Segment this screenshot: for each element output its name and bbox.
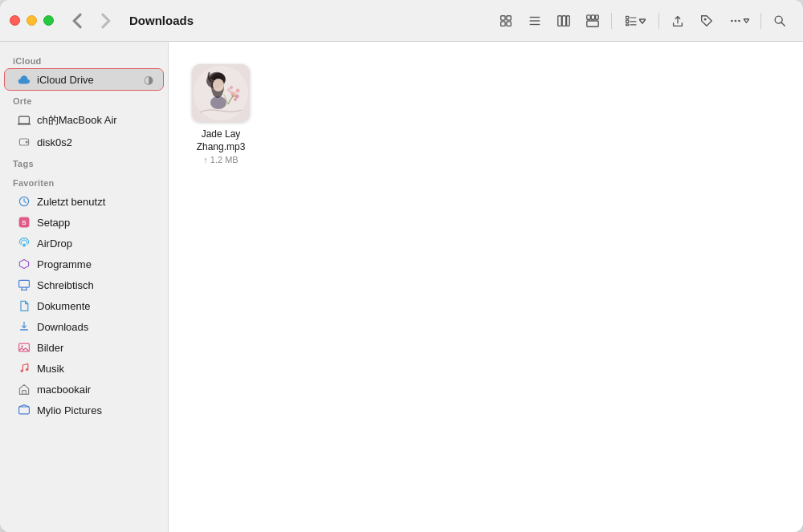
schreibtisch-label: Schreibtisch xyxy=(37,279,94,291)
svg-rect-11 xyxy=(587,14,591,18)
maximize-button[interactable] xyxy=(43,15,54,26)
sidebar-item-setapp[interactable]: S Setapp xyxy=(5,212,163,233)
sidebar-item-recent[interactable]: Zuletzt benutzt xyxy=(5,191,163,212)
svg-marker-25 xyxy=(744,19,749,22)
separator-2 xyxy=(658,13,659,29)
sidebar-item-schreibtisch[interactable]: Schreibtisch xyxy=(5,274,163,295)
svg-rect-36 xyxy=(19,280,30,287)
svg-rect-1 xyxy=(507,15,511,19)
finder-window: Downloads xyxy=(0,0,803,532)
svg-text:S: S xyxy=(22,219,26,226)
disk-label: disk0s2 xyxy=(37,136,72,148)
svg-point-24 xyxy=(738,19,740,22)
gallery-view-button[interactable] xyxy=(579,9,606,33)
icloud-drive-badge: ◑ xyxy=(144,73,153,86)
file-name-jade-lay: Jade Lay Zhang.mp3 xyxy=(188,128,254,153)
svg-point-31 xyxy=(26,140,28,143)
tag-button[interactable] xyxy=(693,9,720,33)
svg-point-55 xyxy=(234,98,237,101)
sidebar-section-orte: Orte xyxy=(0,90,168,109)
svg-rect-28 xyxy=(19,116,30,124)
list-view-button[interactable] xyxy=(521,9,548,33)
bilder-icon xyxy=(18,341,31,354)
dokumente-icon xyxy=(18,299,31,312)
close-button[interactable] xyxy=(10,15,20,26)
sidebar-item-bilder[interactable]: Bilder xyxy=(5,337,163,358)
sidebar: iCloud iCloud Drive ◑ Orte xyxy=(0,42,169,532)
svg-marker-20 xyxy=(639,19,646,23)
bilder-label: Bilder xyxy=(37,342,63,354)
recent-icon xyxy=(18,195,31,208)
sidebar-item-dokumente[interactable]: Dokumente xyxy=(5,295,163,316)
titlebar: Downloads xyxy=(0,0,803,42)
window-title: Downloads xyxy=(129,14,492,27)
macbook-icon xyxy=(18,114,31,127)
icon-view-button[interactable] xyxy=(492,9,520,33)
macbook-label: ch的MacBook Air xyxy=(37,113,117,128)
svg-point-59 xyxy=(210,96,226,109)
svg-rect-3 xyxy=(507,21,511,25)
sidebar-item-macbookair[interactable]: macbookair xyxy=(5,379,163,400)
svg-point-42 xyxy=(21,370,23,372)
sidebar-item-mylio[interactable]: Mylio Pictures xyxy=(5,400,163,420)
schreibtisch-icon xyxy=(18,278,31,291)
sidebar-item-disk[interactable]: disk0s2 xyxy=(5,132,163,152)
separator-1 xyxy=(611,13,612,29)
sidebar-item-downloads[interactable]: Downloads xyxy=(5,316,163,337)
mylio-label: Mylio Pictures xyxy=(37,404,102,416)
sidebar-item-musik[interactable]: Musik xyxy=(5,358,163,379)
macbookair-icon xyxy=(18,383,31,396)
column-view-button[interactable] xyxy=(550,9,577,33)
minimize-button[interactable] xyxy=(26,15,37,26)
svg-point-50 xyxy=(213,79,224,91)
forward-button[interactable] xyxy=(94,12,116,30)
svg-rect-7 xyxy=(558,15,562,26)
svg-rect-10 xyxy=(587,21,598,26)
sidebar-item-icloud-drive[interactable]: iCloud Drive ◑ xyxy=(5,69,163,90)
downloads-label: Downloads xyxy=(37,321,88,333)
sidebar-item-programme[interactable]: Programme xyxy=(5,254,163,274)
setapp-icon: S xyxy=(18,216,31,229)
svg-point-21 xyxy=(704,18,707,20)
svg-rect-13 xyxy=(596,14,599,18)
sidebar-item-airdrop[interactable]: AirDrop xyxy=(5,233,163,254)
downloads-icon xyxy=(18,320,31,333)
dokumente-label: Dokumente xyxy=(37,300,90,312)
toolbar-icons xyxy=(492,9,793,33)
svg-rect-0 xyxy=(501,15,505,19)
svg-point-22 xyxy=(731,19,733,22)
file-size-jade-lay: ↑ 1.2 MB xyxy=(203,155,238,164)
separator-3 xyxy=(760,13,761,29)
svg-rect-9 xyxy=(567,15,570,26)
musik-label: Musik xyxy=(37,363,64,375)
file-grid: Jade Lay Zhang.mp3 ↑ 1.2 MB xyxy=(185,58,787,171)
back-button[interactable] xyxy=(67,12,89,30)
musik-icon xyxy=(18,362,31,375)
share-button[interactable] xyxy=(664,9,691,33)
airdrop-label: AirDrop xyxy=(37,238,72,250)
file-thumbnail-jade-lay xyxy=(192,64,250,122)
icloud-drive-icon xyxy=(18,73,31,86)
sidebar-section-icloud: iCloud xyxy=(0,50,168,69)
search-button[interactable] xyxy=(766,9,793,33)
nav-buttons xyxy=(67,12,116,30)
disk-icon xyxy=(18,136,31,148)
svg-point-52 xyxy=(236,89,240,93)
svg-rect-12 xyxy=(591,14,595,18)
svg-point-41 xyxy=(21,346,22,347)
programme-icon xyxy=(18,258,31,270)
svg-rect-2 xyxy=(501,21,505,25)
traffic-lights xyxy=(10,15,54,26)
content-area: Jade Lay Zhang.mp3 ↑ 1.2 MB xyxy=(169,42,803,532)
svg-rect-44 xyxy=(22,391,26,395)
svg-point-43 xyxy=(26,368,28,371)
sidebar-item-macbook[interactable]: ch的MacBook Air xyxy=(5,109,163,132)
more-button[interactable] xyxy=(722,9,756,33)
setapp-label: Setapp xyxy=(37,217,70,229)
svg-rect-15 xyxy=(626,20,629,22)
file-item-jade-lay[interactable]: Jade Lay Zhang.mp3 ↑ 1.2 MB xyxy=(185,58,257,171)
svg-point-35 xyxy=(22,243,26,246)
group-button[interactable] xyxy=(617,9,654,33)
programme-label: Programme xyxy=(37,258,92,270)
svg-point-54 xyxy=(230,91,233,94)
